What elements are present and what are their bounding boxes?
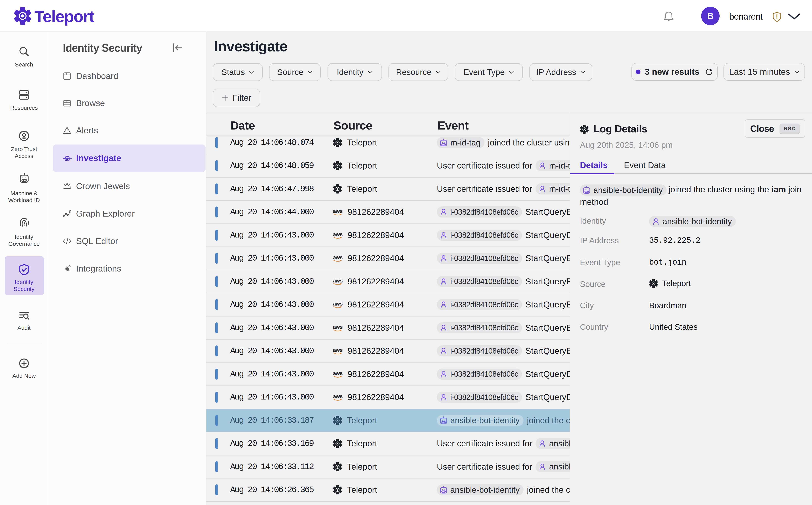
svg-text:aws: aws [333,301,343,307]
svg-text:aws: aws [333,324,343,330]
svg-text:aws: aws [333,208,343,214]
svg-text:aws: aws [333,347,343,353]
svg-text:aws: aws [333,255,343,261]
svg-text:aws: aws [333,393,343,399]
svg-text:aws: aws [333,231,343,237]
svg-text:aws: aws [333,370,343,376]
svg-text:aws: aws [333,278,343,284]
